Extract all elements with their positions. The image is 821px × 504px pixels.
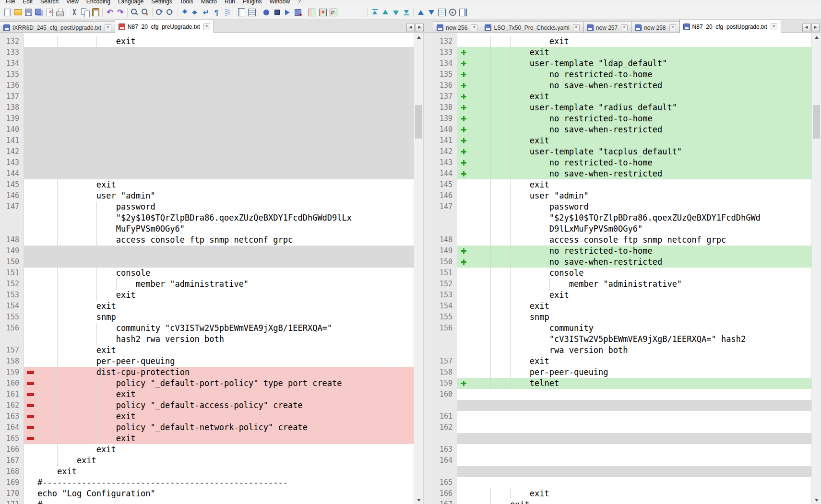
- code-text[interactable]: exit: [470, 135, 811, 146]
- code-text[interactable]: exit: [470, 356, 811, 367]
- tab-scroll-right-icon[interactable]: ▶: [416, 23, 424, 32]
- nav-bar-icon[interactable]: [458, 8, 468, 17]
- left-editor-pane[interactable]: 132 exit13313413513613713813914014114214…: [0, 33, 414, 504]
- macro-record-icon[interactable]: [262, 8, 271, 17]
- close-file-icon[interactable]: [45, 8, 54, 17]
- paste-icon[interactable]: [91, 8, 100, 17]
- last-diff-icon[interactable]: [402, 8, 411, 17]
- compare-clear-icon[interactable]: [318, 8, 328, 17]
- code-text[interactable]: exit: [470, 301, 811, 312]
- code-text[interactable]: [36, 168, 414, 179]
- compare-swap-icon[interactable]: [329, 8, 338, 17]
- code-text[interactable]: console: [36, 268, 414, 279]
- code-text[interactable]: no save-when-restricted: [470, 80, 811, 91]
- code-text[interactable]: snmp: [470, 312, 811, 323]
- open-folder-icon[interactable]: [13, 8, 23, 17]
- code-text[interactable]: [36, 257, 414, 268]
- menu-item-encoding[interactable]: Encoding: [83, 0, 114, 5]
- code-text[interactable]: [36, 91, 414, 102]
- code-text[interactable]: [470, 444, 811, 455]
- code-text[interactable]: [470, 455, 811, 466]
- find-icon[interactable]: [130, 8, 140, 17]
- menu-item-file[interactable]: File: [2, 0, 19, 5]
- code-text[interactable]: community: [470, 323, 811, 334]
- word-wrap-icon[interactable]: [201, 8, 211, 17]
- arrow-down-icon[interactable]: [427, 8, 436, 17]
- copy-icon[interactable]: [80, 8, 90, 17]
- code-text[interactable]: [36, 246, 414, 257]
- code-text[interactable]: "$2y$10$TQrZlpBDra86.qoexZUzQeBXDY1FcdDh…: [470, 212, 811, 223]
- tab-n87-20-cfg-preupgrade-txt[interactable]: N87_20_cfg_preUpgrade.txt×: [115, 20, 214, 33]
- compare-icon[interactable]: [308, 8, 317, 17]
- menu-item-tools[interactable]: Tools: [176, 0, 197, 5]
- tab-close-icon[interactable]: ×: [573, 24, 580, 31]
- save-all-icon[interactable]: [34, 8, 44, 17]
- code-text[interactable]: exit: [470, 91, 811, 102]
- code-text[interactable]: MuFyPVSm0OGy6": [36, 223, 414, 234]
- code-text[interactable]: exit: [36, 444, 414, 455]
- code-text[interactable]: exit: [36, 466, 414, 477]
- code-text[interactable]: exit: [470, 47, 811, 58]
- code-text[interactable]: #---------------------------------------…: [36, 499, 414, 504]
- code-text[interactable]: snmp: [36, 312, 414, 323]
- code-text[interactable]: exit: [36, 455, 414, 466]
- code-text[interactable]: hash2 rwa version both: [36, 334, 414, 345]
- code-text[interactable]: per-peer-queuing: [36, 356, 414, 367]
- tab-lso-7x50-pre-checks-yaml[interactable]: LSO_7x50_Pre_Checks.yaml×: [481, 22, 583, 33]
- tab-close-icon[interactable]: ×: [771, 23, 777, 30]
- macro-play-icon[interactable]: [283, 8, 292, 17]
- code-text[interactable]: [36, 80, 414, 91]
- scroll-up-icon[interactable]: [414, 33, 423, 41]
- code-text[interactable]: "$2y$10$TQrZlpBDra86.qoexZUzQeBXDY1FcdDh…: [36, 212, 414, 223]
- code-text[interactable]: [36, 146, 414, 157]
- tab-new-256[interactable]: new 256×: [433, 22, 481, 33]
- zoom-in-icon[interactable]: [155, 8, 165, 17]
- code-text[interactable]: exit: [36, 411, 414, 422]
- menu-item-language[interactable]: Language: [114, 0, 147, 5]
- code-text[interactable]: dist-cpu-protection: [36, 367, 414, 378]
- menu-item-run[interactable]: Run: [221, 0, 239, 5]
- code-text[interactable]: user-template "ldap_default": [470, 58, 811, 69]
- scroll-up-icon[interactable]: [812, 33, 821, 41]
- code-text[interactable]: password: [36, 201, 414, 212]
- tab-new-258[interactable]: new 258×: [631, 22, 679, 33]
- first-diff-icon[interactable]: [370, 8, 380, 17]
- code-text[interactable]: [470, 389, 811, 400]
- code-text[interactable]: exit: [36, 433, 414, 444]
- function-list-icon[interactable]: [247, 8, 257, 17]
- tab-ixrr6d-245-cfg-postupgrade-txt[interactable]: IXRR6D_245_cfg_postUpgrade.txt×: [0, 22, 115, 33]
- code-text[interactable]: telnet: [470, 378, 811, 389]
- code-text[interactable]: exit: [36, 179, 414, 190]
- replace-icon[interactable]: [141, 8, 150, 17]
- code-text[interactable]: [470, 477, 811, 488]
- left-scrollbar[interactable]: [414, 33, 423, 504]
- next-diff-icon[interactable]: [391, 8, 401, 17]
- undo-icon[interactable]: [105, 8, 115, 17]
- compare-options-icon[interactable]: [448, 8, 457, 17]
- menu-item-search[interactable]: Search: [36, 0, 62, 5]
- code-text[interactable]: [36, 157, 414, 168]
- code-text[interactable]: [470, 466, 811, 477]
- tab-n87-20-cfg-postupgrade-txt[interactable]: N87_20_cfg_postUpgrade.txt×: [679, 20, 781, 33]
- code-text[interactable]: member "administrative": [36, 279, 414, 290]
- code-text[interactable]: exit: [36, 389, 414, 400]
- code-text[interactable]: exit: [36, 290, 414, 301]
- menu-item-plugins[interactable]: Plugins: [239, 0, 265, 5]
- code-text[interactable]: [36, 124, 414, 135]
- code-text[interactable]: policy "_default-port-policy" type port …: [36, 378, 414, 389]
- code-text[interactable]: no restricted-to-home: [470, 246, 811, 257]
- print-icon[interactable]: [55, 8, 65, 17]
- code-text[interactable]: no save-when-restricted: [470, 124, 811, 135]
- right-scrollbar[interactable]: [811, 33, 821, 504]
- tab-close-icon[interactable]: ×: [203, 23, 210, 30]
- tab-close-icon[interactable]: ×: [621, 24, 628, 31]
- code-text[interactable]: exit: [470, 36, 811, 47]
- menu-item-macro[interactable]: Macro: [197, 0, 221, 5]
- tab-close-icon[interactable]: ×: [471, 24, 477, 31]
- code-text[interactable]: [470, 422, 811, 433]
- code-text[interactable]: rwa version both: [470, 345, 811, 356]
- sync-scroll-v-icon[interactable]: [180, 8, 190, 17]
- menu-item-help[interactable]: ?: [294, 0, 305, 5]
- code-text[interactable]: exit: [36, 345, 414, 356]
- code-text[interactable]: user "admin": [470, 190, 811, 201]
